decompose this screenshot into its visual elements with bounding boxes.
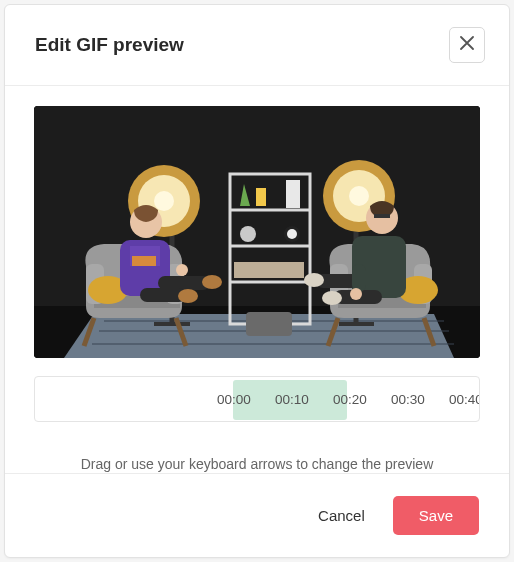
- svg-point-39: [178, 289, 198, 303]
- svg-rect-21: [286, 180, 300, 208]
- timeline[interactable]: 00:00 00:10 00:20 00:30 00:40: [34, 376, 480, 422]
- svg-point-38: [202, 275, 222, 289]
- svg-point-52: [304, 273, 324, 287]
- time-tick: 00:30: [379, 392, 437, 407]
- close-button[interactable]: [449, 27, 485, 63]
- modal-body: 00:00 00:10 00:20 00:30 00:40 Drag or us…: [5, 86, 509, 473]
- svg-rect-54: [352, 264, 366, 292]
- svg-rect-34: [132, 256, 156, 266]
- svg-point-24: [287, 229, 297, 239]
- svg-rect-20: [256, 188, 266, 206]
- svg-rect-25: [234, 262, 304, 278]
- time-tick: 00:40: [437, 392, 480, 407]
- svg-point-55: [350, 288, 362, 300]
- time-tick: 00:10: [263, 392, 321, 407]
- hint-text: Drag or use your keyboard arrows to chan…: [81, 456, 434, 472]
- timeline-ticks: 00:00 00:10 00:20 00:30 00:40: [205, 377, 480, 421]
- svg-rect-49: [374, 214, 390, 218]
- svg-point-15: [349, 186, 369, 206]
- modal-footer: Cancel Save: [5, 473, 509, 557]
- save-button[interactable]: Save: [393, 496, 479, 535]
- svg-point-10: [154, 191, 174, 211]
- svg-point-40: [176, 264, 188, 276]
- video-preview[interactable]: [34, 106, 480, 358]
- svg-point-22: [240, 226, 256, 242]
- edit-gif-modal: Edit GIF preview: [4, 4, 510, 558]
- modal-header: Edit GIF preview: [5, 5, 509, 86]
- time-tick: 00:00: [205, 392, 263, 407]
- modal-title: Edit GIF preview: [35, 34, 184, 56]
- svg-point-53: [322, 291, 342, 305]
- close-icon: [460, 36, 474, 54]
- cancel-button[interactable]: Cancel: [318, 507, 365, 524]
- svg-rect-56: [246, 312, 292, 336]
- time-tick: 00:20: [321, 392, 379, 407]
